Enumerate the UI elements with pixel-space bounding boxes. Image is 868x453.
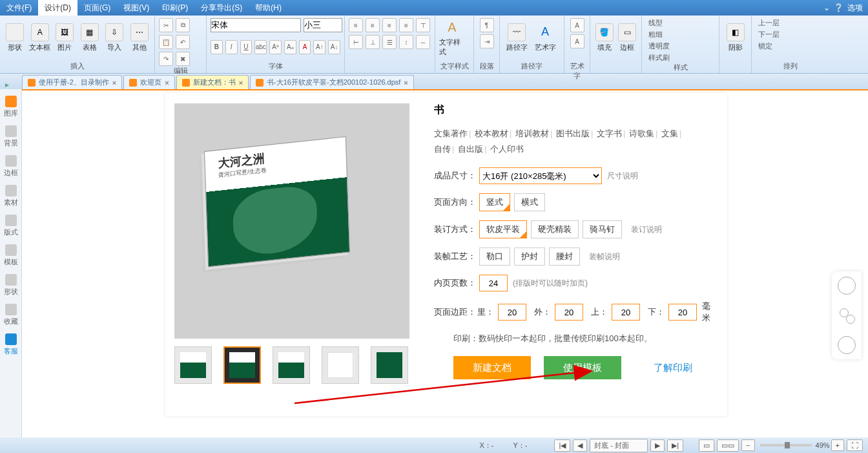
border-button[interactable]: ▭边框: [617, 18, 638, 57]
sidebar-item-background[interactable]: 背景: [0, 121, 22, 151]
sidebar-item-favorite[interactable]: 收藏: [0, 300, 22, 330]
learn-print-button[interactable]: 了解印刷: [634, 356, 712, 379]
lock-button[interactable]: 锁定: [756, 41, 825, 51]
thumb-2[interactable]: [223, 346, 261, 384]
thumb-3[interactable]: [273, 346, 310, 384]
orient-horizontal[interactable]: 横式: [514, 193, 545, 211]
sup-icon[interactable]: Aᵃ: [269, 40, 282, 54]
insert-shape-button[interactable]: 形状: [4, 18, 26, 57]
thumb-4[interactable]: [322, 346, 359, 384]
pathtext-button[interactable]: 〰路径字: [504, 18, 530, 57]
bring-front-button[interactable]: 上一层: [756, 18, 825, 28]
font-grow-icon[interactable]: A↑: [313, 40, 326, 54]
sub-icon[interactable]: Aₐ: [284, 40, 296, 54]
align-mid-icon[interactable]: ⊢: [349, 35, 363, 49]
paste-icon[interactable]: 📋: [159, 35, 173, 49]
viewmode1-icon[interactable]: ▭: [699, 439, 714, 452]
menu-print[interactable]: 印刷(P): [156, 0, 194, 16]
help-icon[interactable]: ❔: [834, 3, 843, 12]
para-icon1[interactable]: ¶: [480, 18, 494, 32]
menu-page[interactable]: 页面(G): [78, 0, 117, 16]
sidebar-item-gallery[interactable]: 图库: [0, 92, 22, 121]
sidebar-item-border[interactable]: 边框: [0, 151, 22, 181]
insert-table-button[interactable]: ▦表格: [79, 18, 101, 57]
thumb-5[interactable]: [371, 346, 408, 384]
underline-icon[interactable]: U: [240, 40, 253, 54]
doctab-manual[interactable]: 使用手册-2、目录制作×: [22, 75, 122, 89]
strike-icon[interactable]: abc: [254, 40, 267, 54]
stylebrush-button[interactable]: 样式刷: [646, 53, 715, 63]
margin-bottom-input[interactable]: [668, 304, 697, 321]
orient-vertical[interactable]: 竖式: [479, 193, 510, 211]
align-left-icon[interactable]: ≡: [349, 18, 363, 32]
font-color-icon[interactable]: A: [299, 40, 311, 54]
play-icon[interactable]: ▸: [5, 80, 9, 89]
insert-other-button[interactable]: ⋯其他: [129, 18, 151, 57]
nav-prev-button[interactable]: ◀: [573, 439, 587, 452]
bind-hint-link[interactable]: 装订说明: [631, 224, 662, 235]
margin-top-input[interactable]: [612, 304, 640, 321]
new-doc-button[interactable]: 新建文档: [453, 356, 531, 379]
align-right-icon[interactable]: ≡: [382, 18, 397, 32]
craft-hint-link[interactable]: 装帧说明: [589, 251, 620, 262]
menu-share[interactable]: 分享导出(S): [194, 0, 249, 16]
bold-icon[interactable]: B: [211, 40, 223, 54]
nav-next-button[interactable]: ▶: [650, 439, 665, 452]
charspace-icon[interactable]: ↔: [416, 35, 430, 49]
sidebar-item-material[interactable]: 素材: [0, 181, 22, 211]
insert-image-button[interactable]: 🖼图片: [54, 18, 76, 57]
page-nav-select[interactable]: 封底 - 封面: [590, 439, 648, 452]
bind-hard[interactable]: 硬壳精装: [531, 220, 579, 238]
use-template-button[interactable]: 使用模板: [544, 356, 621, 379]
options-label[interactable]: 选项: [847, 3, 863, 14]
fill-button[interactable]: 🪣填充: [594, 18, 615, 57]
linetype-button[interactable]: 线型: [646, 18, 715, 28]
close-icon[interactable]: ×: [239, 79, 243, 87]
bind-soft[interactable]: 软皮平装: [479, 220, 527, 238]
copy-icon[interactable]: ⧉: [176, 18, 190, 32]
close-icon[interactable]: ×: [112, 79, 116, 87]
sidebar-item-shape[interactable]: 形状: [0, 270, 22, 300]
menu-view[interactable]: 视图(V): [117, 0, 156, 16]
zoom-in-button[interactable]: +: [831, 439, 844, 451]
thickness-button[interactable]: 粗细: [646, 30, 715, 39]
redo-icon[interactable]: ↷: [159, 52, 173, 66]
close-icon[interactable]: ×: [165, 79, 169, 87]
align-center-icon[interactable]: ≡: [366, 18, 380, 32]
margin-outer-input[interactable]: [555, 304, 583, 321]
cut-icon[interactable]: ✂: [159, 18, 173, 32]
font-name-select[interactable]: [211, 18, 301, 32]
shadow-button[interactable]: ◧阴影: [723, 18, 747, 57]
sidebar-item-service[interactable]: 客服: [0, 330, 22, 359]
italic-icon[interactable]: I: [225, 40, 238, 54]
nav-last-button[interactable]: ▶|: [667, 439, 683, 452]
textstyle-button[interactable]: A文字样式: [439, 18, 465, 57]
insert-import-button[interactable]: ⇩导入: [103, 18, 126, 57]
nav-first-button[interactable]: |◀: [554, 439, 570, 452]
thumb-1[interactable]: [174, 346, 212, 384]
close-icon[interactable]: ×: [404, 79, 408, 87]
wechat-icon[interactable]: [838, 306, 856, 324]
zoom-out-button[interactable]: −: [741, 439, 754, 451]
font-shrink-icon[interactable]: A↓: [328, 40, 340, 54]
font-size-select[interactable]: [304, 18, 342, 32]
size-hint-link[interactable]: 尺寸说明: [607, 171, 638, 182]
align-bottom-icon[interactable]: ⊥: [366, 35, 380, 49]
para-icon2[interactable]: ⇥: [480, 34, 494, 48]
margin-inner-input[interactable]: [498, 304, 526, 321]
viewmode2-icon[interactable]: ▭▭: [717, 439, 739, 452]
doctab-book16k[interactable]: 书-大16开软皮平装-文档200102-1026.dpsf×: [250, 75, 414, 89]
size-select[interactable]: 大16开 (210×285毫米): [479, 167, 602, 184]
transparency-button[interactable]: 透明度: [646, 41, 715, 51]
bind-saddle[interactable]: 骑马钉: [583, 220, 622, 238]
sidebar-item-layout[interactable]: 版式: [0, 211, 22, 240]
craft-jacket[interactable]: 护封: [514, 248, 545, 266]
art-icon1[interactable]: A: [570, 18, 584, 32]
craft-flap[interactable]: 勒口: [479, 248, 510, 266]
zoom-slider[interactable]: [760, 444, 812, 447]
send-back-button[interactable]: 下一层: [756, 30, 825, 39]
delete-icon[interactable]: ✖: [176, 52, 190, 66]
collapse-ribbon-icon[interactable]: ⌄: [823, 3, 830, 12]
zoom-fit-button[interactable]: ⛶: [847, 439, 863, 451]
pages-input[interactable]: [479, 275, 508, 291]
